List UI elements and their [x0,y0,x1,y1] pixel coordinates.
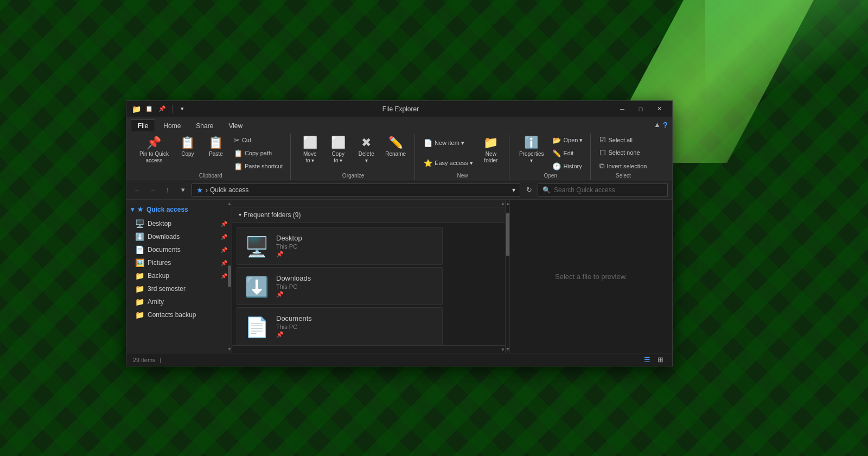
file-explorer-window: 📁 📋 📌 ▾ File Explorer ─ □ ✕ File Home Sh… [126,100,673,366]
delete-button[interactable]: ✖ Delete▾ [353,134,380,166]
right-scroll-down[interactable]: ▼ [506,345,510,353]
sidebar-item-documents[interactable]: 📄 Documents 📌 [126,243,232,256]
pin-to-quick-access-button[interactable]: 📌 Pin to Quickaccess [135,134,173,166]
tab-home[interactable]: Home [156,119,188,131]
organize-label: Organize [296,173,410,180]
breadcrumb-star: ★ [196,186,203,194]
preview-text: Select a file to preview. [555,273,627,281]
copy-path-icon: 📋 [234,149,242,157]
open-button[interactable]: 📂 Open ▾ [549,135,586,145]
new-item-button[interactable]: 📄 New item ▾ [420,138,476,148]
maximize-button[interactable]: □ [632,103,649,115]
invert-selection-button[interactable]: ⧉ Invert selection [596,161,650,172]
tab-share[interactable]: Share [189,119,220,131]
tiles-view-button[interactable]: ⊞ [655,356,666,364]
downloads-icon: ⬇️ [135,232,144,241]
details-view-button[interactable]: ☰ [642,356,653,364]
help-button[interactable]: ? [663,120,668,129]
sidebar-item-amity[interactable]: 📁 Amity [126,295,232,308]
title-copy-icon: 📋 [144,104,155,115]
new-buttons: 📄 New item ▾ ⭐ Easy access ▾ 📁 Newfolder [420,134,505,173]
right-scrollbar-thumb[interactable] [506,213,509,256]
recent-locations-button[interactable]: ▾ [176,183,189,197]
file-tile-desktop-pin: 📌 [276,251,302,258]
file-tile-downloads-sub: This PC [276,283,311,290]
breadcrumb-dropdown[interactable]: ▾ [512,186,515,194]
file-tile-documents-name: Documents [276,314,312,322]
sidebar-amity-label: Amity [148,298,227,306]
properties-button[interactable]: ℹ️ Properties▾ [515,134,548,166]
edit-button[interactable]: ✏️ Edit [549,148,586,159]
file-tile-desktop-info: Desktop This PC 📌 [276,234,302,258]
file-area-scroll-up[interactable]: ▲ [501,200,505,207]
sidebar-item-desktop[interactable]: 🖥️ Desktop 📌 [126,217,232,230]
title-dropdown-icon[interactable]: ▾ [177,104,188,115]
new-folder-button[interactable]: 📁 Newfolder [477,134,505,166]
sidebar-item-3rd-semester[interactable]: 📁 3rd semester [126,282,232,295]
copy-button[interactable]: 📋 Copy [174,134,201,160]
properties-icon: ℹ️ [524,136,539,150]
easy-access-button[interactable]: ⭐ Easy access ▾ [420,158,476,168]
tab-file[interactable]: File [131,119,155,131]
breadcrumb[interactable]: ★ › Quick access ▾ [192,183,520,197]
copy-icon: 📋 [180,136,195,150]
move-to-button[interactable]: ⬜ Moveto ▾ [296,134,323,166]
select-all-button[interactable]: ☑ Select all [596,135,650,145]
file-area-scroll-down[interactable]: ▼ [501,346,505,353]
copy-to-button[interactable]: ⬜ Copyto ▾ [324,134,352,166]
sidebar-scroll-up[interactable]: ▲ [227,200,232,207]
file-tile-desktop[interactable]: 🖥️ Desktop This PC 📌 [237,227,443,265]
refresh-button[interactable]: ↻ [522,183,535,197]
paste-button[interactable]: 📋 Paste [202,134,229,160]
sidebar-scrollbar-thumb[interactable] [228,265,231,287]
select-none-button[interactable]: ☐ Select none [596,148,650,158]
tab-view[interactable]: View [221,119,250,131]
pictures-icon: 🖼️ [135,258,144,267]
quick-access-header[interactable]: ▾ ★ Quick access [126,202,232,217]
rename-button[interactable]: ✏️ Rename [381,134,410,160]
file-tile-desktop-icon: 🖥️ [244,234,270,258]
title-pin-icon: 📌 [157,104,168,115]
sidebar-scroll-down[interactable]: ▼ [227,345,232,353]
sidebar-item-contacts-backup[interactable]: 📁 Contacts backup [126,308,232,321]
forward-button[interactable]: → [146,183,159,197]
cut-icon: ✂ [234,136,240,144]
sidebar-item-backup[interactable]: 📁 Backup 📌 [126,269,232,282]
file-tile-downloads[interactable]: ⬇️ Downloads This PC 📌 [237,267,443,305]
file-tile-downloads-name: Downloads [276,274,311,282]
sidebar-item-downloads[interactable]: ⬇️ Downloads 📌 [126,230,232,243]
sidebar-item-pictures[interactable]: 🖼️ Pictures 📌 [126,256,232,269]
back-button[interactable]: ← [131,183,144,197]
up-button[interactable]: ↑ [161,183,174,197]
frequent-chevron: ▾ [239,212,241,218]
desktop-icon: 🖥️ [135,219,144,228]
copy-path-button[interactable]: 📋 Copy path [231,148,286,159]
history-button[interactable]: 🕐 History [549,161,586,172]
search-input[interactable] [554,186,663,194]
open-label: Open [515,173,586,180]
quick-access-chevron: ▾ [131,206,134,213]
cut-button[interactable]: ✂ Cut [231,135,286,145]
right-scroll-up[interactable]: ▲ [506,200,510,207]
close-button[interactable]: ✕ [650,103,668,115]
ribbon-collapse-button[interactable]: ▲ [654,121,661,129]
sidebar-documents-label: Documents [148,246,218,254]
documents-icon: 📄 [135,245,144,254]
sidebar-3rd-semester-label: 3rd semester [148,285,227,293]
title-bar-icons: 📁 📋 📌 ▾ [131,104,188,115]
frequent-folders-header[interactable]: ▾ Frequent folders (9) [232,207,505,223]
minimize-button[interactable]: ─ [614,103,631,115]
pin-icon: 📌 [146,136,161,150]
file-tile-documents[interactable]: 📄 Documents This PC 📌 [237,307,443,345]
paste-shortcut-button[interactable]: 📋 Paste shortcut [231,161,286,172]
search-box[interactable]: 🔍 [538,183,668,197]
backup-icon: 📁 [135,271,144,280]
open-icon: 📂 [552,136,561,144]
ribbon: 📌 Pin to Quickaccess 📋 Copy 📋 Paste ✂ [126,131,672,180]
file-tile-documents-sub: This PC [276,324,312,330]
open-small-col: 📂 Open ▾ ✏️ Edit 🕐 History [549,134,586,173]
downloads-pin-icon: 📌 [221,234,227,240]
move-to-icon: ⬜ [303,136,317,150]
nav-bar: ← → ↑ ▾ ★ › Quick access ▾ ↻ 🔍 [126,180,672,200]
clipboard-label: Clipboard [135,173,286,180]
